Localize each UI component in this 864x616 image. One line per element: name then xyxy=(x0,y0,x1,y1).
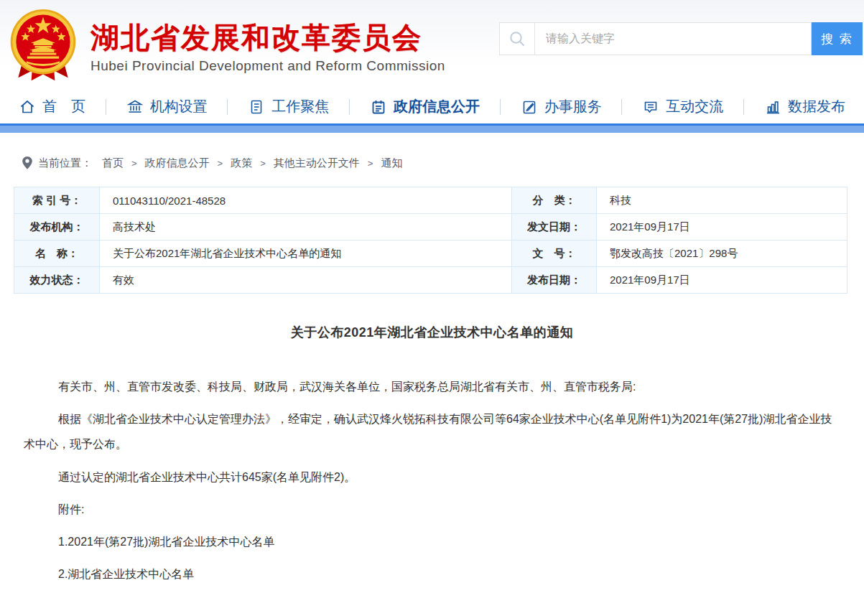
home-icon xyxy=(19,98,36,116)
nav-separator xyxy=(621,99,622,115)
service-pen-icon xyxy=(521,98,538,116)
site-title: 湖北省发展和改革委员会 xyxy=(90,21,445,54)
bar-chart-icon xyxy=(764,98,781,116)
meta-value-publish-date: 2021年09月17日 xyxy=(597,267,847,294)
nav-item-interaction[interactable]: 互动交流 xyxy=(642,97,723,116)
table-row: 效力状态： 有效 发布日期： 2021年09月17日 xyxy=(14,267,847,294)
nav-item-label: 互动交流 xyxy=(666,97,723,116)
attachment-link-2[interactable]: 2.湖北省企业技术中心名单 xyxy=(24,561,835,587)
breadcrumb-item-other-docs[interactable]: 其他主动公开文件 xyxy=(274,157,360,170)
search-area: 搜 索 xyxy=(499,22,863,55)
site-subtitle-en: Hubei Provincial Development and Reform … xyxy=(90,58,445,74)
article-paragraph-attachments-heading: 附件: xyxy=(24,497,835,522)
document-meta-table: 索 引 号： 011043110/2021-48528 分 类： 科技 发布机构… xyxy=(14,187,847,294)
nav-item-label: 政府信息公开 xyxy=(394,97,480,116)
site-header: 湖北省发展和改革委员会 Hubei Provincial Development… xyxy=(0,0,864,90)
nav-item-gov-info-disclosure[interactable]: 政府信息公开 xyxy=(370,97,480,116)
nav-separator xyxy=(349,99,350,115)
clipboard-icon xyxy=(370,98,387,116)
site-titles: 湖北省发展和改革委员会 Hubei Provincial Development… xyxy=(90,17,445,74)
table-row: 名 称： 关于公布2021年湖北省企业技术中心名单的通知 文 号： 鄂发改高技〔… xyxy=(14,241,847,267)
nav-item-label: 办事服务 xyxy=(544,97,602,116)
institution-icon xyxy=(126,98,144,116)
breadcrumb-separator: > xyxy=(260,158,266,169)
nav-underline-light xyxy=(0,126,864,133)
meta-label-validity-status: 效力状态： xyxy=(14,267,100,294)
article-title: 关于公布2021年湖北省企业技术中心名单的通知 xyxy=(0,324,864,341)
meta-value-doc-number: 鄂发改高技〔2021〕298号 xyxy=(597,241,847,267)
article-body: 有关市、州、直管市发改委、科技局、财政局，武汉海关各单位，国家税务总局湖北省有关… xyxy=(24,374,835,587)
meta-label-category: 分 类： xyxy=(512,187,597,214)
breadcrumb-item-policy[interactable]: 政策 xyxy=(231,157,252,170)
nav-item-home[interactable]: 首 页 xyxy=(19,97,85,116)
meta-value-category: 科技 xyxy=(597,187,847,214)
meta-label-publish-date: 发布日期： xyxy=(512,267,597,294)
nav-item-label: 工作聚焦 xyxy=(271,97,329,116)
nav-item-services[interactable]: 办事服务 xyxy=(521,97,602,116)
breadcrumb-separator: > xyxy=(131,158,137,169)
nav-item-work-focus[interactable]: 工作聚焦 xyxy=(248,97,329,116)
meta-value-validity-status: 有效 xyxy=(100,267,512,294)
nav-separator xyxy=(743,99,744,115)
table-row: 发布机构： 高技术处 发文日期： 2021年09月17日 xyxy=(14,214,847,241)
nav-item-label: 首 页 xyxy=(42,97,85,116)
attachment-link-1[interactable]: 1.2021年(第27批)湖北省企业技术中心名单 xyxy=(24,529,835,554)
nav-item-label: 机构设置 xyxy=(150,97,208,116)
main-nav: 首 页 机构设置 工作聚焦 政府信息公开 xyxy=(0,90,864,123)
table-row: 索 引 号： 011043110/2021-48528 分 类： 科技 xyxy=(14,187,847,214)
meta-value-issuing-agency: 高技术处 xyxy=(100,214,512,241)
breadcrumb-item-notice[interactable]: 通知 xyxy=(381,157,402,170)
page: 湖北省发展和改革委员会 Hubei Provincial Development… xyxy=(0,0,864,616)
meta-label-doc-number: 文 号： xyxy=(512,241,597,267)
search-button[interactable]: 搜 索 xyxy=(812,22,863,55)
search-box xyxy=(499,22,812,55)
search-icon xyxy=(500,23,535,55)
nav-separator xyxy=(500,99,501,115)
search-input[interactable] xyxy=(535,23,811,55)
article-paragraph-total: 通过认定的湖北省企业技术中心共计645家(名单见附件2)。 xyxy=(24,465,835,490)
chat-bubble-icon xyxy=(642,98,659,116)
breadcrumb-label: 当前位置： xyxy=(38,157,92,170)
breadcrumb-item-home[interactable]: 首页 xyxy=(102,157,124,170)
meta-value-issue-date: 2021年09月17日 xyxy=(597,214,847,241)
meta-label-issuing-agency: 发布机构： xyxy=(14,214,100,241)
nav-item-institution[interactable]: 机构设置 xyxy=(126,97,208,116)
meta-value-index-number: 011043110/2021-48528 xyxy=(100,187,512,214)
article-paragraph-recipients: 有关市、州、直管市发改委、科技局、财政局，武汉海关各单位，国家税务总局湖北省有关… xyxy=(24,374,835,399)
nav-separator xyxy=(106,99,106,115)
location-pin-icon xyxy=(22,156,33,170)
nav-separator xyxy=(227,99,228,115)
nav-item-data-release[interactable]: 数据发布 xyxy=(764,97,845,116)
meta-label-title: 名 称： xyxy=(14,241,100,267)
nav-item-label: 数据发布 xyxy=(788,97,845,116)
breadcrumb-separator: > xyxy=(218,158,223,169)
breadcrumb-item-gov-info[interactable]: 政府信息公开 xyxy=(145,157,210,170)
article-paragraph-main: 根据《湖北省企业技术中心认定管理办法》，经审定，确认武汉烽火锐拓科技有限公司等6… xyxy=(24,406,835,457)
breadcrumb: 当前位置： 首页 > 政府信息公开 > 政策 > 其他主动公开文件 > 通知 xyxy=(22,156,864,170)
article: 关于公布2021年湖北省企业技术中心名单的通知 有关市、州、直管市发改委、科技局… xyxy=(0,324,864,587)
national-emblem-logo[interactable] xyxy=(7,7,79,83)
meta-value-title: 关于公布2021年湖北省企业技术中心名单的通知 xyxy=(100,241,512,267)
breadcrumb-separator: > xyxy=(368,158,373,169)
document-icon xyxy=(248,98,265,116)
meta-label-issue-date: 发文日期： xyxy=(512,214,597,241)
meta-label-index-number: 索 引 号： xyxy=(14,187,100,214)
